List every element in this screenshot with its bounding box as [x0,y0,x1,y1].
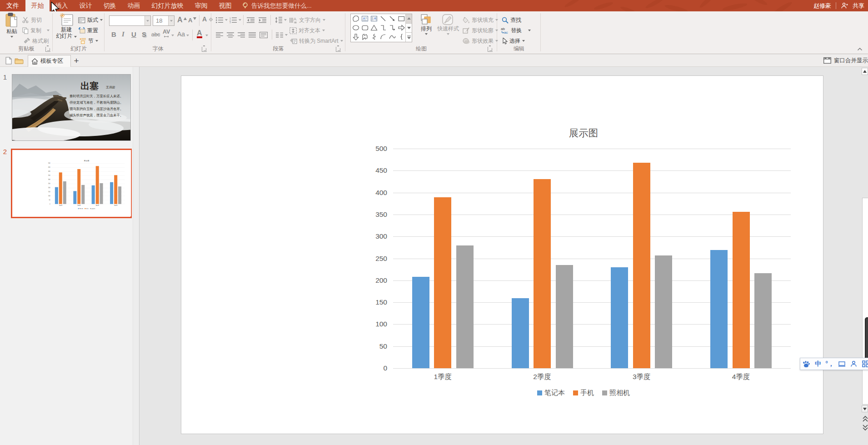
shape-curve-button[interactable] [388,32,397,41]
bar-笔记本-1季度[interactable] [412,277,429,368]
ribbon-tab-视图[interactable]: 视图 [213,0,237,11]
bar-笔记本-4季度[interactable] [110,182,113,204]
shape-rect-button[interactable] [397,14,406,23]
bar-照相机-2季度[interactable] [556,265,573,368]
ime-softkeyboard-button[interactable] [836,361,848,367]
bar-手机-3季度[interactable] [96,166,99,204]
bar-照相机-2季度[interactable] [81,185,85,204]
convert-smartart-button[interactable]: 转换为 SmartArt [289,36,343,46]
text-direction-button[interactable]: A 文字方向 [289,15,325,25]
underline-button[interactable]: U [131,30,136,38]
bar-笔记本-2季度[interactable] [512,298,529,368]
scroll-down-button[interactable] [862,405,868,412]
grow-font-button[interactable]: A [177,16,187,24]
shape-triangle-button[interactable] [369,23,379,32]
align-left-button[interactable] [216,30,223,40]
shrink-font-button[interactable]: A [188,17,196,24]
shape-flag-button[interactable] [360,32,369,41]
user-name[interactable]: 赵修豪 [813,2,831,10]
increase-indent-button[interactable] [259,15,266,25]
align-text-button[interactable]: 对齐文本 [289,25,325,35]
text-shadow-button[interactable]: S [142,30,146,38]
shape-textbox-button[interactable]: A [360,14,369,23]
shape-arrow-button[interactable] [388,14,397,23]
shape-elbow-button[interactable] [379,23,388,32]
clipboard-dialog-launcher[interactable] [45,47,50,52]
share-button[interactable]: 共享 [853,2,864,10]
ime-mode-button[interactable]: 中 [812,360,824,368]
font-color-button[interactable]: A [197,30,202,38]
quick-styles-button[interactable]: 快速样式 [436,14,460,35]
slides-panel-scrollbar[interactable] [133,67,139,445]
font-dialog-launcher[interactable] [202,47,207,52]
bar-手机-1季度[interactable] [59,172,62,204]
ime-person-button[interactable] [848,360,859,367]
distribute-button[interactable] [259,30,268,40]
bar-照相机-3季度[interactable] [655,255,672,368]
find-button[interactable]: 查找 [502,15,521,25]
format-painter-button[interactable]: 格式刷 [24,36,49,46]
numbering-button[interactable]: 123 [229,15,241,25]
shape-roundrect-button[interactable] [360,23,369,32]
replace-button[interactable]: abac 替换 [501,25,531,35]
cut-button[interactable]: 剪切 [22,15,42,25]
shape-gallery-up-button[interactable] [406,14,412,23]
slide-2-thumbnail[interactable]: 展示图0501001502002503003504004505001季度2季度3… [11,149,132,218]
next-slide-button[interactable] [862,424,868,431]
arrange-button[interactable]: 排列 [417,14,436,35]
character-spacing-button[interactable]: AV [163,30,170,38]
bar-手机-2季度[interactable] [77,169,80,204]
select-button[interactable]: 选择 [502,36,525,46]
bar-手机-4季度[interactable] [114,175,117,204]
ime-punctuation-button[interactable]: °， [824,360,836,368]
bullets-button[interactable] [216,15,228,25]
shape-effects-button[interactable]: 形状效果 [463,36,498,46]
new-slide-button[interactable]: 新建 幻灯片 [56,13,77,39]
shape-gallery-more-button[interactable] [406,32,412,42]
bar-手机-1季度[interactable] [434,197,451,368]
layout-button[interactable]: 版式 [78,15,103,25]
italic-button[interactable]: I [122,30,125,38]
bar-笔记本-2季度[interactable] [73,191,76,204]
ribbon-tab-切换[interactable]: 切换 [98,0,122,11]
copy-button[interactable]: 复制 [22,25,50,35]
align-right-button[interactable] [238,30,245,40]
line-spacing-button[interactable] [275,15,287,25]
ribbon-tab-幻灯片放映[interactable]: 幻灯片放映 [146,0,189,11]
columns-button[interactable] [276,30,288,40]
slide-1-thumbnail[interactable]: 出塞 王昌龄 秦时明月汉时关，万里长征人未还。 但使龙城飞将在，不教胡马度阴山。… [12,74,131,141]
font-name-combobox[interactable] [109,15,151,26]
ime-apps-grid-button[interactable] [859,360,868,367]
scroll-up-button[interactable] [862,68,868,75]
ribbon-tab-动画[interactable]: 动画 [122,0,146,11]
font-size-dropdown[interactable] [168,16,174,25]
shape-brace-button[interactable] [397,32,406,41]
font-name-dropdown[interactable] [145,16,150,25]
shape-fill-button[interactable]: 形状填充 [463,15,498,25]
ime-baidu-icon[interactable] [800,360,812,368]
shape-blockright-button[interactable] [397,23,406,32]
shape-freeform-button[interactable] [351,14,360,23]
shape-elbowarrow-button[interactable] [388,23,397,32]
bar-手机-3季度[interactable] [633,163,650,368]
previous-slide-button[interactable] [862,415,868,422]
bar-照相机-3季度[interactable] [100,183,103,204]
shape-vtextbox-button[interactable]: A [369,14,379,23]
ribbon-tab-开始[interactable]: 开始 [25,0,50,11]
ribbon-tab-设计[interactable]: 设计 [74,0,98,11]
shape-gallery-down-button[interactable] [406,23,412,33]
align-center-button[interactable] [227,30,234,40]
bar-照相机-4季度[interactable] [118,186,121,204]
ribbon-tab-审阅[interactable]: 审阅 [189,0,213,11]
bar-笔记本-1季度[interactable] [55,187,58,204]
shape-ellipse-button[interactable] [351,23,360,32]
ribbon-tab-文件[interactable]: 文件 [0,0,25,11]
shape-arc-button[interactable] [379,32,388,41]
justify-button[interactable] [249,30,256,40]
collapse-ribbon-button[interactable] [857,47,863,51]
bar-笔记本-4季度[interactable] [710,250,728,368]
reset-button[interactable]: 重置 [78,25,98,35]
open-folder-button[interactable] [14,56,24,65]
bar-手机-2季度[interactable] [534,179,551,368]
paste-button[interactable]: 粘贴 [3,13,21,38]
